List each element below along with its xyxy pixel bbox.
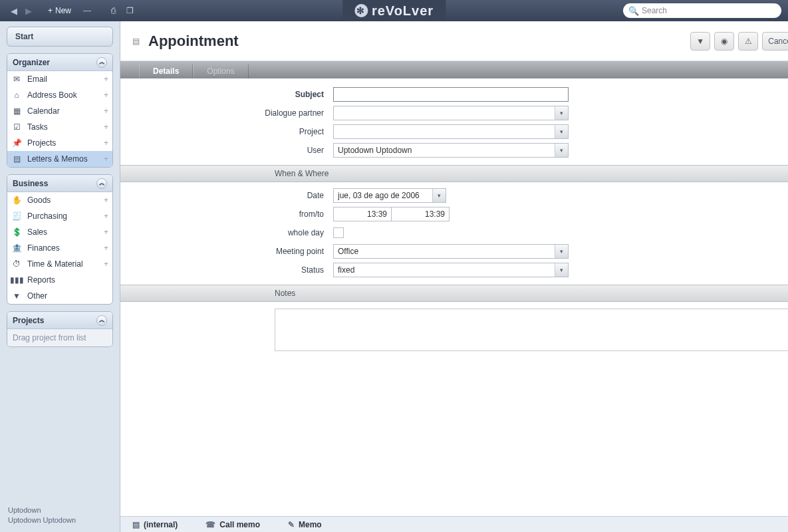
print-icon[interactable]: ⎙: [111, 6, 116, 15]
tab-options[interactable]: Options: [193, 64, 248, 78]
bottom-label: Call memo: [219, 520, 260, 529]
chevron-down-icon[interactable]: ▾: [432, 189, 446, 202]
collapse-icon[interactable]: ︽: [96, 178, 107, 189]
sidebar-item-email[interactable]: ✉Email+: [7, 71, 112, 87]
notes-textarea[interactable]: [275, 309, 788, 351]
cart-icon: 🧾: [11, 211, 22, 221]
sidebar-item-finances[interactable]: 🏦Finances+: [7, 240, 112, 256]
main-area: ▤ Appointment ▼ ◉ ⚠ Cancel✕ Save✓ Detail…: [120, 21, 788, 532]
date-select[interactable]: [333, 188, 446, 203]
user-footer: Uptodown Uptodown Uptodown: [8, 505, 76, 525]
tab-label: Options: [207, 66, 234, 76]
sidebar-item-reports[interactable]: ▮▮▮Reports: [7, 272, 112, 288]
chevron-down-icon[interactable]: ▾: [555, 245, 568, 258]
start-button[interactable]: Start: [7, 27, 113, 47]
wholeday-checkbox[interactable]: [333, 227, 344, 238]
sidebar-item-label: Calendar: [27, 106, 108, 116]
collapse-icon[interactable]: ︽: [96, 57, 107, 68]
organizer-header[interactable]: Organizer ︽: [7, 54, 112, 71]
search-box[interactable]: 🔍: [623, 3, 781, 18]
top-toolbar: ◀ ▶ + New — ⎙ ❐ ✻ reVoLver 🔍: [0, 0, 788, 21]
add-icon[interactable]: +: [104, 259, 108, 269]
triangle-down-icon: ▼: [696, 37, 704, 46]
footer-line1: Uptodown: [8, 505, 76, 515]
section-label: When & Where: [275, 169, 328, 178]
external-window-icon[interactable]: ❐: [126, 6, 134, 15]
sidebar-item-label: Email: [27, 74, 108, 84]
cancel-label: Cancel: [768, 37, 788, 46]
search-icon: 🔍: [628, 6, 639, 16]
to-time-input[interactable]: [391, 207, 450, 221]
hand-icon: ✋: [11, 195, 22, 205]
projects-title: Projects: [13, 316, 44, 325]
mail-icon: ✉: [11, 74, 22, 84]
sidebar-item-sales[interactable]: 💲Sales+: [7, 224, 112, 240]
collapse-icon[interactable]: ︽: [96, 315, 107, 326]
project-select[interactable]: [333, 124, 569, 139]
chevron-down-icon[interactable]: ▾: [555, 125, 568, 138]
sidebar-item-projects[interactable]: 📌Projects+: [7, 135, 112, 151]
meeting-select[interactable]: [333, 244, 569, 259]
chevron-down-icon[interactable]: ▾: [555, 144, 568, 157]
sidebar-item-label: Address Book: [27, 90, 108, 100]
alert-icon: ⚠: [745, 37, 752, 46]
bottom-memo[interactable]: ✎Memo: [288, 520, 322, 529]
home-icon: ⌂: [11, 90, 22, 100]
sidebar-item-other[interactable]: ▼Other: [7, 288, 112, 304]
add-icon[interactable]: +: [104, 122, 108, 132]
add-icon[interactable]: +: [104, 154, 108, 164]
bank-icon: 🏦: [11, 243, 22, 253]
search-input[interactable]: [642, 6, 776, 15]
app-brand: ✻ reVoLver: [342, 0, 446, 21]
sidebar-item-purchasing[interactable]: 🧾Purchasing+: [7, 208, 112, 224]
user-select[interactable]: [333, 143, 569, 158]
sidebar-item-tasks[interactable]: ☑Tasks+: [7, 119, 112, 135]
wholeday-label: whole day: [120, 228, 333, 237]
add-icon[interactable]: +: [104, 90, 108, 100]
alert-action-button[interactable]: ⚠: [738, 32, 758, 51]
from-time-input[interactable]: [333, 207, 392, 221]
phone-icon: ☎: [205, 520, 215, 529]
pin-icon: 📌: [11, 138, 22, 148]
business-header[interactable]: Business ︽: [7, 175, 112, 192]
eye-action-button[interactable]: ◉: [714, 32, 734, 51]
back-arrow-icon[interactable]: ◀: [7, 6, 21, 16]
tab-details[interactable]: Details: [139, 64, 193, 78]
bottom-internal[interactable]: ▤(internal): [132, 520, 178, 529]
calendar-icon: ▦: [11, 106, 22, 116]
projects-placeholder: Drag project from list: [7, 329, 112, 346]
add-icon[interactable]: +: [104, 106, 108, 116]
sidebar-item-addressbook[interactable]: ⌂Address Book+: [7, 87, 112, 103]
start-label: Start: [15, 32, 33, 41]
chevron-down-icon[interactable]: ▾: [555, 263, 568, 277]
minus-button[interactable]: —: [83, 6, 91, 15]
footer-line2: Uptodown Uptodown: [8, 515, 76, 525]
chevron-down-icon[interactable]: ▾: [555, 106, 568, 120]
organizer-title: Organizer: [13, 58, 50, 67]
add-icon[interactable]: +: [104, 196, 108, 205]
forward-arrow-icon[interactable]: ▶: [21, 6, 36, 16]
add-icon[interactable]: +: [104, 211, 108, 221]
date-label: Date: [120, 191, 333, 200]
check-icon: ☑: [11, 122, 22, 132]
status-select[interactable]: [333, 263, 569, 277]
cancel-button[interactable]: Cancel✕: [762, 32, 788, 51]
tab-strip: Details Options: [120, 61, 788, 78]
new-button[interactable]: + New: [48, 6, 71, 15]
sidebar-item-calendar[interactable]: ▦Calendar+: [7, 103, 112, 119]
add-icon[interactable]: +: [104, 138, 108, 148]
projects-header[interactable]: Projects ︽: [7, 312, 112, 329]
bottom-callmemo[interactable]: ☎Call memo: [205, 520, 260, 529]
sidebar-item-label: Goods: [27, 196, 108, 205]
dialogue-label: Dialogue partner: [120, 108, 333, 118]
dropdown-action-button[interactable]: ▼: [690, 32, 710, 51]
section-when-where: When & Where: [120, 165, 788, 182]
add-icon[interactable]: +: [104, 74, 108, 84]
add-icon[interactable]: +: [104, 243, 108, 253]
sidebar-item-letters-memos[interactable]: ▤Letters & Memos+: [7, 151, 112, 167]
sidebar-item-time-material[interactable]: ⏱Time & Material+: [7, 256, 112, 272]
add-icon[interactable]: +: [104, 227, 108, 237]
subject-input[interactable]: [333, 87, 569, 102]
dialogue-select[interactable]: [333, 106, 569, 120]
sidebar-item-goods[interactable]: ✋Goods+: [7, 192, 112, 208]
